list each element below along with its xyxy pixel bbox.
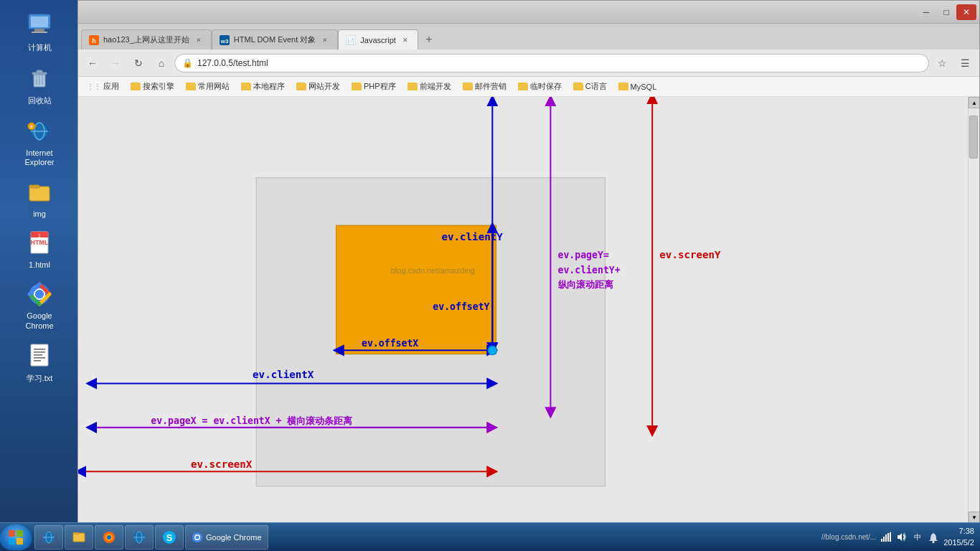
svg-rect-60 xyxy=(17,530,23,537)
svg-rect-80 xyxy=(883,537,885,542)
svg-text:blog.csdn.net/amazding: blog.csdn.net/amazding xyxy=(391,266,476,275)
bookmark-button[interactable]: ☆ xyxy=(932,53,952,73)
browser-titlebar: ─ □ ✕ xyxy=(78,1,979,24)
tab-close-js[interactable]: ✕ xyxy=(400,35,410,45)
svg-rect-3 xyxy=(32,32,47,33)
browser-tabs: h hao123_上网从这里开始 ✕ w3 HTML DOM Event 对象 … xyxy=(78,24,979,50)
volume-icon[interactable] xyxy=(896,532,908,543)
svg-text:ev.clientY+: ev.clientY+ xyxy=(558,265,621,276)
desktop-icon-computer[interactable]: 计算机 xyxy=(11,7,68,57)
page-content: blog.csdn.net/amazding xyxy=(78,97,979,523)
bookmark-search[interactable]: 搜索引擎 xyxy=(126,80,179,93)
taskbar-firefox-button[interactable] xyxy=(95,525,123,550)
scrollbar-down-button[interactable]: ▼ xyxy=(969,512,979,523)
svg-text:ev.pageY=: ev.pageY= xyxy=(558,250,609,260)
scrollbar[interactable]: ▲ ▼ xyxy=(968,97,979,523)
svg-rect-82 xyxy=(887,533,889,542)
maximize-button[interactable]: □ xyxy=(936,4,956,20)
desktop-icon-recycle[interactable]: 回收站 xyxy=(11,60,68,110)
reload-button[interactable]: ↻ xyxy=(128,53,149,73)
svg-text:ev.screenX: ev.screenX xyxy=(191,458,253,470)
svg-point-24 xyxy=(35,290,44,298)
folder-icon xyxy=(618,83,628,90)
svg-text:ev.offsetY: ev.offsetY xyxy=(433,301,489,312)
bookmark-mysql[interactable]: MySQL xyxy=(614,81,661,93)
notification-icon[interactable] xyxy=(928,532,939,543)
svg-point-70 xyxy=(107,535,111,540)
bookmark-apps[interactable]: ⋮⋮ 应用 xyxy=(83,80,123,93)
bookmark-frontend[interactable]: 前端开发 xyxy=(403,80,456,93)
browser-content: blog.csdn.net/amazding xyxy=(78,97,979,523)
start-button[interactable] xyxy=(0,524,32,550)
svg-text:ev.offsetX: ev.offsetX xyxy=(362,338,418,349)
forward-button[interactable]: → xyxy=(105,53,126,73)
lock-icon: 🔒 xyxy=(182,58,193,68)
network-icon[interactable] xyxy=(880,532,892,543)
address-bar[interactable]: 🔒 127.0.0.5/test.html xyxy=(174,54,929,72)
tab-w3[interactable]: w3 HTML DOM Event 对象 ✕ xyxy=(212,29,339,50)
scrollbar-up-button[interactable]: ▲ xyxy=(969,97,979,108)
bookmark-c[interactable]: C语言 xyxy=(569,80,611,93)
folder-icon xyxy=(573,83,583,90)
svg-text:纵向滚动距离: 纵向滚动距离 xyxy=(557,279,615,290)
taskbar-skype-button[interactable]: S xyxy=(155,525,184,550)
close-button[interactable]: ✕ xyxy=(956,4,976,20)
scrollbar-track[interactable] xyxy=(969,108,979,512)
diagram-arrows: blog.csdn.net/amazding xyxy=(78,97,979,523)
taskbar-chrome-item[interactable]: Google Chrome xyxy=(185,525,268,550)
svg-text:ev.pageX = ev.clientX + 横向滚动条距: ev.pageX = ev.clientX + 横向滚动条距离 xyxy=(151,415,353,426)
home-button[interactable]: ⌂ xyxy=(151,53,171,73)
taskbar-tray: //blog.csdn.net/... 中 7 xyxy=(816,523,980,552)
svg-rect-81 xyxy=(885,534,887,542)
svg-text:HTML: HTML xyxy=(31,239,49,246)
tab-hao123[interactable]: h hao123_上网从这里开始 ✕ xyxy=(81,29,212,50)
desktop: 计算机 回收站 e InternetExplorer xyxy=(0,0,79,524)
bookmark-php[interactable]: PHP程序 xyxy=(347,80,400,93)
folder-icon xyxy=(518,83,528,90)
taskbar-ie-button[interactable] xyxy=(34,525,63,550)
desktop-icon-html[interactable]: HTML 1 1.html xyxy=(11,225,68,273)
menu-button[interactable]: ☰ xyxy=(955,53,975,73)
desktop-icon-img[interactable]: img xyxy=(11,174,68,222)
folder-icon xyxy=(463,83,473,90)
hao123-favicon: h xyxy=(89,35,99,45)
scrollbar-thumb[interactable] xyxy=(969,116,978,159)
bookmark-common[interactable]: 常用网站 xyxy=(182,80,234,93)
svg-rect-61 xyxy=(9,538,15,545)
bookmark-local[interactable]: 本地程序 xyxy=(237,80,289,93)
svg-rect-30 xyxy=(34,360,41,362)
svg-rect-27 xyxy=(34,352,45,353)
svg-rect-59 xyxy=(9,530,15,537)
svg-rect-67 xyxy=(73,532,79,534)
taskbar-clock: 7:38 2015/5/2 xyxy=(943,526,974,548)
back-button[interactable]: ← xyxy=(83,53,103,73)
ime-icon[interactable]: 中 xyxy=(912,532,923,543)
taskbar-ie2-button[interactable] xyxy=(125,525,154,550)
svg-text:1: 1 xyxy=(38,233,41,238)
bookmark-webdev[interactable]: 网站开发 xyxy=(292,80,344,93)
svg-rect-38 xyxy=(336,225,496,354)
svg-rect-16 xyxy=(29,185,39,188)
browser-toolbar: ← → ↻ ⌂ 🔒 127.0.0.5/test.html ☆ ☰ xyxy=(78,50,979,77)
desktop-icon-ie[interactable]: e InternetExplorer xyxy=(11,113,68,171)
desktop-icon-txt[interactable]: 学习.txt xyxy=(11,338,68,387)
svg-point-78 xyxy=(196,535,199,539)
windows-logo xyxy=(8,529,24,545)
svg-text:ev.clientX: ev.clientX xyxy=(253,369,314,380)
folder-icon xyxy=(296,83,306,90)
svg-rect-37 xyxy=(256,178,605,486)
folder-icon xyxy=(241,83,251,90)
svg-rect-15 xyxy=(29,187,50,201)
js-favicon: 📄 xyxy=(346,35,356,45)
tab-js[interactable]: 📄 Javascript ✕ xyxy=(338,29,418,50)
minimize-button[interactable]: ─ xyxy=(916,4,936,20)
folder-icon xyxy=(352,83,362,90)
bookmark-temp[interactable]: 临时保存 xyxy=(514,80,566,93)
svg-point-84 xyxy=(933,541,935,543)
taskbar-explorer-button[interactable] xyxy=(65,525,93,550)
bookmark-email[interactable]: 邮件营销 xyxy=(458,80,511,93)
desktop-icon-chrome[interactable]: GoogleChrome xyxy=(11,276,68,334)
new-tab-button[interactable]: + xyxy=(418,29,440,50)
tab-close-hao123[interactable]: ✕ xyxy=(194,35,204,45)
tab-close-w3[interactable]: ✕ xyxy=(320,35,330,45)
